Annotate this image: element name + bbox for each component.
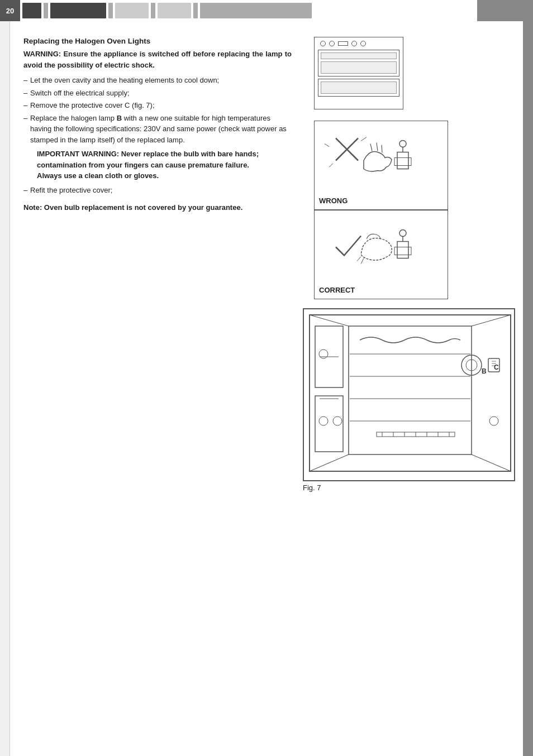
- segment-3: [50, 3, 106, 18]
- svg-point-3: [399, 141, 406, 147]
- svg-line-48: [310, 315, 349, 326]
- top-bar-right-block: [477, 0, 533, 21]
- oven-upper-compartment: [318, 50, 399, 76]
- segment-6: [151, 3, 155, 18]
- knob-icon: [320, 41, 326, 46]
- important-warning: IMPORTANT WARNING: Never replace the bul…: [37, 149, 292, 181]
- svg-text:C: C: [494, 363, 499, 371]
- fig7-container: B C: [303, 308, 515, 492]
- svg-point-37: [333, 417, 342, 425]
- oven-controls: [318, 41, 399, 46]
- text-column: Replacing the Halogen Oven Lights WARNIN…: [23, 37, 303, 745]
- main-content: Replacing the Halogen Oven Lights WARNIN…: [10, 21, 523, 756]
- oven-slot-main: [321, 82, 397, 94]
- wrong-hand-box: WRONG: [314, 121, 448, 210]
- svg-line-50: [310, 454, 349, 471]
- list-item: Remove the protective cover C (fig. 7);: [23, 100, 292, 111]
- knob-icon: [329, 41, 335, 46]
- segment-7: [158, 3, 191, 18]
- svg-line-5: [377, 143, 378, 151]
- list-item: Let the oven cavity and the heating elem…: [23, 75, 292, 86]
- top-bar-segments: [20, 0, 477, 21]
- correct-hand-illustration: [319, 215, 442, 282]
- svg-rect-19: [349, 326, 472, 454]
- correct-label: CORRECT: [319, 286, 443, 294]
- svg-rect-12: [397, 242, 408, 259]
- list-item: Switch off the electrical supply;: [23, 88, 292, 99]
- knob-icon: [360, 41, 366, 46]
- correct-hand-box: CORRECT: [314, 210, 448, 299]
- right-sidebar: [523, 21, 533, 756]
- svg-line-4: [370, 144, 372, 151]
- page-number: 20: [0, 0, 20, 21]
- list-item: Refit the protective cover;: [23, 185, 292, 196]
- page-layout: Replacing the Halogen Oven Lights WARNIN…: [0, 21, 533, 756]
- svg-point-34: [319, 350, 328, 358]
- svg-point-35: [319, 417, 328, 425]
- svg-line-11: [325, 144, 329, 147]
- wrong-label: WRONG: [319, 197, 443, 205]
- segment-2: [44, 3, 48, 18]
- note-text: Note: Oven bulb replacement is not cover…: [23, 203, 292, 212]
- segment-5: [115, 3, 149, 18]
- display-icon: [338, 41, 348, 46]
- fig7-diagram: B C: [303, 308, 515, 481]
- wrong-hand-illustration: [319, 126, 442, 193]
- svg-line-51: [472, 454, 511, 471]
- svg-line-9: [361, 137, 367, 141]
- warning-heading: WARNING: Ensure the appliance is switche…: [23, 49, 292, 70]
- list-item: Replace the halogen lamp B with a new on…: [23, 113, 292, 181]
- svg-point-15: [399, 230, 406, 237]
- oven-slot-top: [321, 52, 397, 59]
- svg-text:B: B: [482, 367, 487, 375]
- left-sidebar: [0, 21, 10, 756]
- svg-rect-21: [315, 396, 343, 452]
- oven-top-diagram: [314, 37, 403, 109]
- svg-point-36: [489, 417, 498, 425]
- instruction-list: Let the oven cavity and the heating elem…: [23, 75, 292, 195]
- svg-line-17: [361, 259, 364, 264]
- section-title: Replacing the Halogen Oven Lights: [23, 37, 292, 45]
- fig7-svg: B C: [304, 309, 515, 481]
- segment-8: [193, 3, 198, 18]
- figures-column: WRONG: [303, 37, 470, 745]
- svg-line-16: [357, 257, 361, 261]
- fig7-label: Fig. 7: [303, 484, 515, 492]
- svg-line-49: [472, 315, 511, 326]
- oven-slot-bottom: [321, 61, 397, 74]
- segment-4: [108, 3, 113, 18]
- knob-icon: [351, 41, 357, 46]
- top-bar: 20: [0, 0, 533, 21]
- svg-line-6: [382, 145, 382, 153]
- oven-lower-compartment: [318, 79, 399, 97]
- segment-1: [22, 3, 41, 18]
- segment-9: [200, 3, 312, 18]
- svg-rect-0: [397, 152, 408, 169]
- svg-line-10: [329, 164, 333, 168]
